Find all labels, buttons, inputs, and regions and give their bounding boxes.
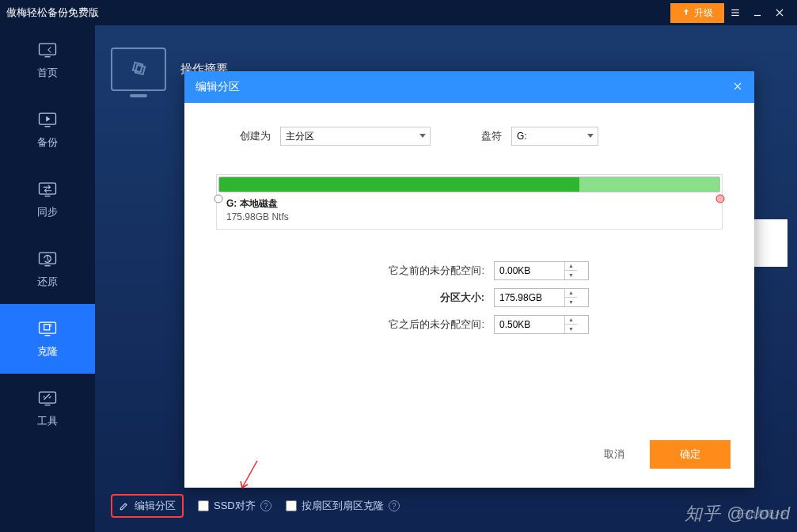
edit-partition-option[interactable]: 编辑分区 — [111, 494, 184, 518]
home-icon — [36, 40, 59, 59]
space-after-label: 它之后的未分配空间: — [350, 317, 484, 332]
sidebar-item-clone[interactable]: 克隆 — [0, 304, 95, 374]
restore-icon — [36, 249, 59, 268]
disk-name: G: 本地磁盘 — [226, 197, 720, 211]
sidebar-item-home[interactable]: 首页 — [0, 25, 95, 95]
titlebar: 傲梅轻松备份免费版 升级 — [0, 0, 797, 25]
spin-up-icon[interactable]: ▲ — [565, 289, 577, 298]
ssd-align-checkbox[interactable] — [198, 500, 209, 511]
sidebar: 首页 备份 同步 还原 克隆 工具 — [0, 25, 95, 532]
sidebar-item-restore[interactable]: 还原 — [0, 234, 95, 304]
ok-button[interactable]: 确定 — [650, 440, 731, 469]
ssd-align-option[interactable]: SSD对齐 ? — [198, 499, 271, 513]
close-icon — [732, 81, 743, 92]
space-after-input[interactable]: ▲▼ — [494, 315, 589, 334]
monitor-icon — [111, 48, 166, 91]
spin-up-icon[interactable]: ▲ — [565, 316, 577, 325]
menu-button[interactable] — [724, 2, 746, 24]
space-before-input[interactable]: ▲▼ — [494, 261, 589, 280]
svg-rect-12 — [40, 392, 56, 403]
create-as-select[interactable]: 主分区 — [280, 127, 431, 146]
partition-size-input[interactable]: ▲▼ — [494, 288, 589, 307]
sector-clone-option[interactable]: 按扇区到扇区克隆 ? — [286, 499, 400, 513]
backup-icon — [36, 110, 59, 129]
clone-icon — [36, 319, 59, 338]
svg-rect-11 — [44, 325, 50, 330]
start-clone-hint: 开始克隆>> — [737, 507, 786, 521]
sidebar-item-sync[interactable]: 同步 — [0, 165, 95, 234]
menu-icon — [730, 7, 741, 18]
minimize-icon — [752, 7, 763, 18]
space-before-label: 它之前的未分配空间: — [350, 264, 484, 278]
edit-icon — [119, 500, 130, 511]
dialog-header: 编辑分区 — [184, 71, 754, 103]
sector-clone-checkbox[interactable] — [286, 500, 297, 511]
spin-down-icon[interactable]: ▼ — [565, 298, 577, 306]
annotation-arrow — [237, 459, 261, 494]
app-title: 傲梅轻松备份免费版 — [6, 6, 99, 20]
close-icon — [774, 7, 785, 18]
edit-partition-dialog: 编辑分区 创建为 主分区 盘符 G: G: 本地磁盘 — [184, 71, 754, 488]
dialog-close-button[interactable] — [732, 81, 743, 94]
sidebar-item-backup[interactable]: 备份 — [0, 95, 95, 165]
minimize-button[interactable] — [746, 2, 769, 24]
partition-size-label: 分区大小: — [350, 291, 484, 305]
spin-down-icon[interactable]: ▼ — [565, 325, 577, 333]
svg-rect-14 — [135, 64, 145, 74]
svg-point-17 — [214, 195, 222, 203]
resize-handle-right[interactable] — [715, 194, 725, 203]
bottom-options: 编辑分区 SSD对齐 ? 按扇区到扇区克隆 ? — [111, 494, 400, 518]
dialog-title: 编辑分区 — [195, 80, 240, 94]
help-icon[interactable]: ? — [389, 500, 400, 511]
main-area: 操作摘要 编辑分区 创建为 主分区 盘符 G: — [95, 25, 797, 532]
drive-letter-label: 盘符 — [481, 129, 502, 143]
tools-icon — [36, 389, 59, 408]
close-window-button[interactable] — [769, 2, 791, 24]
svg-rect-6 — [40, 44, 56, 55]
sidebar-item-tools[interactable]: 工具 — [0, 374, 95, 443]
sync-icon — [36, 180, 59, 199]
disk-size: 175.98GB Ntfs — [226, 211, 720, 224]
svg-point-18 — [716, 195, 724, 203]
cancel-button[interactable]: 取消 — [594, 441, 634, 468]
partition-size-bar[interactable] — [218, 177, 720, 192]
svg-rect-8 — [40, 183, 56, 194]
upload-icon — [681, 8, 691, 17]
drive-letter-select[interactable]: G: — [511, 127, 598, 146]
help-icon[interactable]: ? — [260, 500, 271, 511]
spin-down-icon[interactable]: ▼ — [565, 271, 577, 279]
resize-handle-left[interactable] — [214, 194, 223, 203]
spin-up-icon[interactable]: ▲ — [565, 262, 577, 272]
disk-visual-frame: G: 本地磁盘 175.98GB Ntfs — [216, 174, 723, 230]
create-as-label: 创建为 — [240, 129, 271, 143]
svg-rect-13 — [133, 62, 142, 71]
upgrade-button[interactable]: 升级 — [670, 3, 724, 23]
